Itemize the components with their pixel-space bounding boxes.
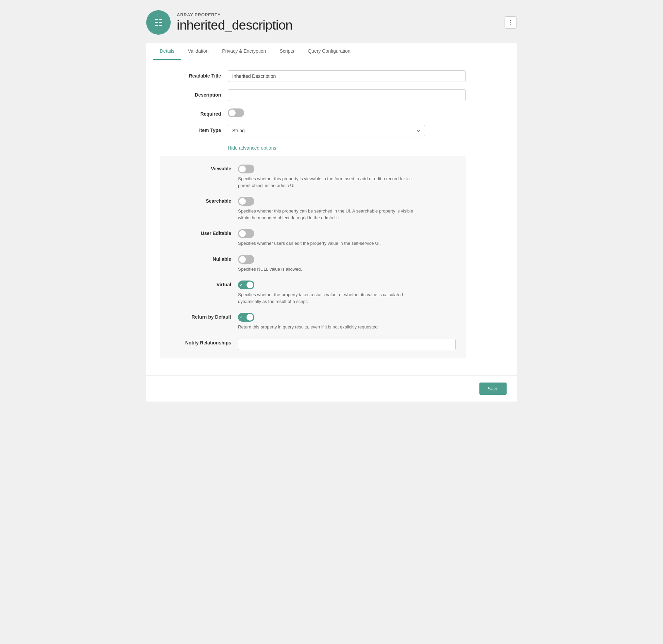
user-editable-label: User Editable xyxy=(170,229,238,236)
user-editable-slider xyxy=(238,229,254,238)
tabs: Details Validation Privacy & Encryption … xyxy=(146,43,517,60)
required-toggle[interactable] xyxy=(228,108,244,117)
viewable-control: Specifies whether this property is viewa… xyxy=(238,165,456,189)
required-row: Required xyxy=(160,108,466,117)
searchable-row: Searchable Specifies whether this proper… xyxy=(170,197,456,221)
notify-relationships-control xyxy=(238,339,456,350)
searchable-control: Specifies whether this property can be s… xyxy=(238,197,456,221)
return-by-default-label: Return by Default xyxy=(170,313,238,320)
return-by-default-slider: ✓ xyxy=(238,313,254,322)
item-type-select[interactable]: String Integer Boolean Object Array xyxy=(228,125,425,136)
user-editable-row: User Editable Specifies whether users ca… xyxy=(170,229,456,247)
viewable-toggle[interactable] xyxy=(238,165,254,173)
virtual-description: Specifies whether the property takes a s… xyxy=(238,291,425,305)
tab-query[interactable]: Query Configuration xyxy=(301,43,357,60)
page-header: ☷ Array Property inherited_description ⋮ xyxy=(146,10,517,35)
readable-title-control xyxy=(228,70,466,82)
virtual-label: Virtual xyxy=(170,281,238,287)
tabs-container: Details Validation Privacy & Encryption … xyxy=(146,43,517,60)
tab-scripts[interactable]: Scripts xyxy=(273,43,301,60)
page-subtitle: Array Property xyxy=(177,12,292,17)
notify-relationships-row: Notify Relationships xyxy=(170,339,456,350)
description-label: Description xyxy=(160,89,228,98)
nullable-toggle[interactable] xyxy=(238,255,254,264)
return-by-default-check-icon: ✓ xyxy=(240,315,243,320)
required-slider xyxy=(228,108,244,117)
page-title: inherited_description xyxy=(177,18,292,33)
nullable-slider xyxy=(238,255,254,264)
required-label: Required xyxy=(160,108,228,117)
tab-privacy[interactable]: Privacy & Encryption xyxy=(215,43,273,60)
user-editable-description: Specifies whether users can edit the pro… xyxy=(238,240,425,247)
nullable-label: Nullable xyxy=(170,255,238,262)
main-content: Readable Title Description Required xyxy=(146,60,517,369)
return-by-default-row: Return by Default ✓ Return this property… xyxy=(170,313,456,331)
searchable-toggle[interactable] xyxy=(238,197,254,206)
header-left: ☷ Array Property inherited_description xyxy=(146,10,292,35)
viewable-label: Viewable xyxy=(170,165,238,171)
virtual-slider: ✓ xyxy=(238,281,254,289)
form-section: Readable Title Description Required xyxy=(160,70,466,358)
return-by-default-control: ✓ Return this property in query results,… xyxy=(238,313,456,331)
notify-relationships-input[interactable] xyxy=(238,339,456,350)
virtual-row: Virtual ✓ Specifies whether the property… xyxy=(170,281,456,305)
footer-bar: Save xyxy=(146,375,517,402)
item-type-control: String Integer Boolean Object Array xyxy=(228,125,466,136)
user-editable-toggle[interactable] xyxy=(238,229,254,238)
save-button[interactable]: Save xyxy=(479,383,507,395)
searchable-slider xyxy=(238,197,254,206)
item-type-label: Item Type xyxy=(160,125,228,133)
virtual-control: ✓ Specifies whether the property takes a… xyxy=(238,281,456,305)
virtual-toggle[interactable]: ✓ xyxy=(238,281,254,289)
readable-title-label: Readable Title xyxy=(160,70,228,79)
readable-title-row: Readable Title xyxy=(160,70,466,82)
tab-validation[interactable]: Validation xyxy=(181,43,215,60)
hide-advanced-link[interactable]: Hide advanced options xyxy=(228,145,276,151)
searchable-description: Specifies whether this property can be s… xyxy=(238,208,425,221)
nullable-control: Specifies NULL value is allowed. xyxy=(238,255,456,273)
return-by-default-description: Return this property in query results, e… xyxy=(238,324,425,331)
app-logo: ☷ xyxy=(146,10,171,35)
kebab-menu-button[interactable]: ⋮ xyxy=(505,16,517,29)
notify-relationships-label: Notify Relationships xyxy=(170,339,238,345)
logo-icon: ☷ xyxy=(154,17,163,28)
hide-advanced-row: Hide advanced options xyxy=(160,144,466,151)
viewable-slider xyxy=(238,165,254,173)
required-control xyxy=(228,108,466,117)
searchable-label: Searchable xyxy=(170,197,238,204)
nullable-description: Specifies NULL value is allowed. xyxy=(238,266,425,273)
content-wrapper: Details Validation Privacy & Encryption … xyxy=(146,43,517,402)
user-editable-control: Specifies whether users can edit the pro… xyxy=(238,229,456,247)
description-control xyxy=(228,89,466,101)
return-by-default-toggle[interactable]: ✓ xyxy=(238,313,254,322)
item-type-row: Item Type String Integer Boolean Object … xyxy=(160,125,466,136)
viewable-description: Specifies whether this property is viewa… xyxy=(238,175,425,189)
header-text: Array Property inherited_description xyxy=(177,12,292,33)
virtual-check-icon: ✓ xyxy=(240,283,243,287)
readable-title-input[interactable] xyxy=(228,70,466,82)
description-input[interactable] xyxy=(228,89,466,101)
tab-details[interactable]: Details xyxy=(153,43,181,60)
description-row: Description xyxy=(160,89,466,101)
advanced-section: Viewable Specifies whether this property… xyxy=(160,156,466,358)
viewable-row: Viewable Specifies whether this property… xyxy=(170,165,456,189)
nullable-row: Nullable Specifies NULL value is allowed… xyxy=(170,255,456,273)
